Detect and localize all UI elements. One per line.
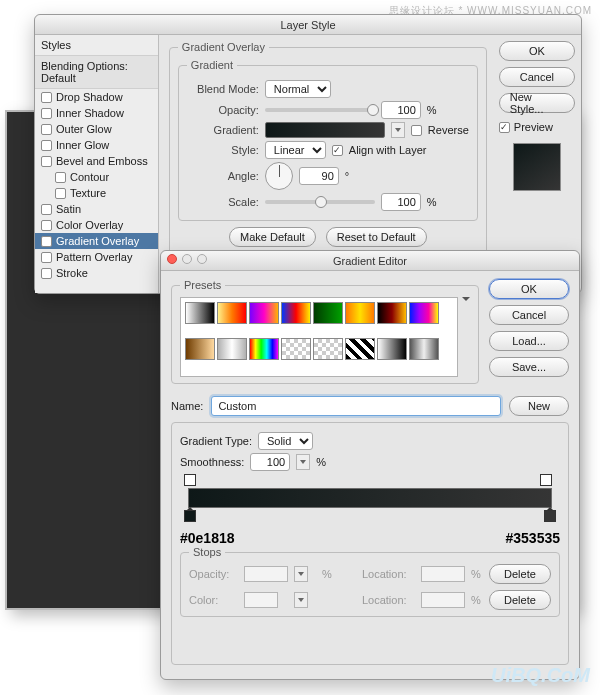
presets-menu-icon[interactable] xyxy=(462,297,470,305)
gradient-swatch[interactable] xyxy=(265,122,385,138)
style-item-inner-glow[interactable]: Inner Glow xyxy=(35,137,158,153)
style-checkbox[interactable] xyxy=(41,220,52,231)
style-select[interactable]: Linear xyxy=(265,141,326,159)
preset-swatch[interactable] xyxy=(313,302,343,324)
preset-swatch[interactable] xyxy=(345,338,375,360)
style-checkbox[interactable] xyxy=(41,92,52,103)
gradient-editor-dialog: Gradient Editor Presets OK Cancel Load..… xyxy=(160,250,580,680)
pct-label: % xyxy=(322,568,334,580)
style-item-color-overlay[interactable]: Color Overlay xyxy=(35,217,158,233)
save-button[interactable]: Save... xyxy=(489,357,569,377)
scale-slider[interactable] xyxy=(265,200,375,204)
preset-swatch[interactable] xyxy=(409,338,439,360)
style-item-stroke[interactable]: Stroke xyxy=(35,265,158,281)
align-checkbox[interactable]: ✓ xyxy=(332,145,343,156)
blend-mode-label: Blend Mode: xyxy=(187,83,259,95)
blend-mode-select[interactable]: Normal xyxy=(265,80,331,98)
preview-checkbox[interactable]: ✓ xyxy=(499,122,510,133)
reset-default-button[interactable]: Reset to Default xyxy=(326,227,427,247)
angle-input[interactable] xyxy=(299,167,339,185)
style-item-contour[interactable]: Contour xyxy=(35,169,158,185)
blending-options-header[interactable]: Blending Options: Default xyxy=(35,56,158,89)
minimize-icon[interactable] xyxy=(182,254,192,264)
smoothness-input[interactable] xyxy=(250,453,290,471)
gradient-label: Gradient: xyxy=(187,124,259,136)
stop-color-swatch[interactable] xyxy=(244,592,278,608)
presets-legend: Presets xyxy=(180,279,225,291)
preset-swatch[interactable] xyxy=(185,302,215,324)
preset-swatch[interactable] xyxy=(281,338,311,360)
cancel-button[interactable]: Cancel xyxy=(499,67,575,87)
style-item-drop-shadow[interactable]: Drop Shadow xyxy=(35,89,158,105)
opacity-input[interactable] xyxy=(381,101,421,119)
gradient-dropdown-icon[interactable] xyxy=(391,122,405,138)
style-checkbox[interactable] xyxy=(41,204,52,215)
style-checkbox[interactable] xyxy=(41,124,52,135)
stop-opacity-input[interactable] xyxy=(244,566,288,582)
stop-color-dropdown-icon[interactable] xyxy=(294,592,308,608)
color-stop-right[interactable] xyxy=(544,510,556,522)
style-label: Gradient Overlay xyxy=(56,235,139,247)
style-checkbox[interactable] xyxy=(55,188,66,199)
stop-color-location-input[interactable] xyxy=(421,592,465,608)
load-button[interactable]: Load... xyxy=(489,331,569,351)
style-item-gradient-overlay[interactable]: ✓Gradient Overlay xyxy=(35,233,158,249)
cancel-button[interactable]: Cancel xyxy=(489,305,569,325)
style-label: Bevel and Emboss xyxy=(56,155,148,167)
delete-color-stop-button[interactable]: Delete xyxy=(489,590,551,610)
ok-button[interactable]: OK xyxy=(489,279,569,299)
preset-swatch[interactable] xyxy=(249,338,279,360)
new-button[interactable]: New xyxy=(509,396,569,416)
style-item-bevel-and-emboss[interactable]: Bevel and Emboss xyxy=(35,153,158,169)
color-stop-left[interactable] xyxy=(184,510,196,522)
style-item-outer-glow[interactable]: Outer Glow xyxy=(35,121,158,137)
preset-swatch[interactable] xyxy=(409,302,439,324)
zoom-icon[interactable] xyxy=(197,254,207,264)
style-checkbox[interactable] xyxy=(41,252,52,263)
stop-location-input[interactable] xyxy=(421,566,465,582)
gradient-ramp[interactable] xyxy=(188,488,552,508)
style-checkbox[interactable] xyxy=(55,172,66,183)
preset-swatch[interactable] xyxy=(281,302,311,324)
style-item-pattern-overlay[interactable]: Pattern Overlay xyxy=(35,249,158,265)
close-icon[interactable] xyxy=(167,254,177,264)
styles-header[interactable]: Styles xyxy=(35,35,158,56)
preset-swatch[interactable] xyxy=(345,302,375,324)
preset-swatch[interactable] xyxy=(313,338,343,360)
preset-swatch[interactable] xyxy=(185,338,215,360)
type-select[interactable]: Solid xyxy=(258,432,313,450)
style-checkbox[interactable] xyxy=(41,140,52,151)
preset-swatch[interactable] xyxy=(249,302,279,324)
style-item-satin[interactable]: Satin xyxy=(35,201,158,217)
style-item-texture[interactable]: Texture xyxy=(35,185,158,201)
scale-input[interactable] xyxy=(381,193,421,211)
presets-grid[interactable] xyxy=(180,297,458,377)
ok-button[interactable]: OK xyxy=(499,41,575,61)
pct-label: % xyxy=(471,568,483,580)
delete-opacity-stop-button[interactable]: Delete xyxy=(489,564,551,584)
style-label: Color Overlay xyxy=(56,219,123,231)
reverse-checkbox[interactable] xyxy=(411,125,422,136)
style-checkbox[interactable] xyxy=(41,108,52,119)
gradient-overlay-group: Gradient Overlay Gradient Blend Mode: No… xyxy=(169,41,487,257)
stop-location-label: Location: xyxy=(362,568,415,580)
preset-swatch[interactable] xyxy=(377,302,407,324)
gradient-bar[interactable] xyxy=(180,474,560,528)
make-default-button[interactable]: Make Default xyxy=(229,227,316,247)
preset-swatch[interactable] xyxy=(217,338,247,360)
preset-swatch[interactable] xyxy=(217,302,247,324)
name-input[interactable] xyxy=(211,396,501,416)
angle-dial[interactable] xyxy=(265,162,293,190)
preset-swatch[interactable] xyxy=(377,338,407,360)
style-checkbox[interactable] xyxy=(41,156,52,167)
stop-opacity-dropdown-icon[interactable] xyxy=(294,566,308,582)
style-checkbox[interactable] xyxy=(41,268,52,279)
watermark-bottom: UiBQ.CoM xyxy=(491,664,590,687)
opacity-stop-right[interactable] xyxy=(540,474,552,486)
style-checkbox[interactable]: ✓ xyxy=(41,236,52,247)
new-style-button[interactable]: New Style... xyxy=(499,93,575,113)
opacity-slider[interactable] xyxy=(265,108,375,112)
style-item-inner-shadow[interactable]: Inner Shadow xyxy=(35,105,158,121)
opacity-stop-left[interactable] xyxy=(184,474,196,486)
smoothness-dropdown-icon[interactable] xyxy=(296,454,310,470)
